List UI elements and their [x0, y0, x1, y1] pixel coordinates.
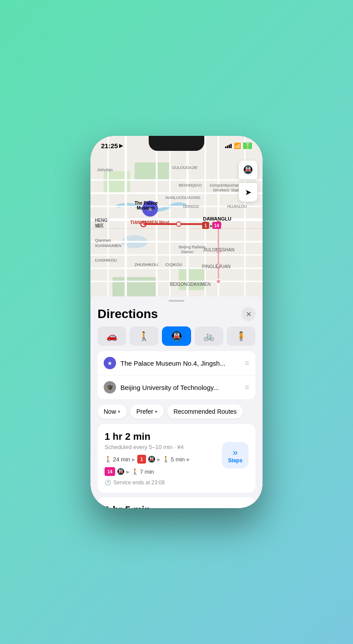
svg-text:HUJIALOU: HUJIALOU: [227, 204, 247, 209]
step-walk-7: 🚶 7 min: [131, 468, 154, 475]
svg-text:CIQIKOU: CIQIKOU: [165, 262, 182, 267]
origin-icon: ★: [104, 357, 116, 369]
svg-text:TIAN'ANMEN West: TIAN'ANMEN West: [130, 220, 170, 225]
battery-icon: 🔋: [243, 142, 252, 149]
steps-btn-label: Steps: [228, 457, 243, 464]
status-icons: 📶 🔋: [225, 142, 252, 149]
route-card-2[interactable]: 1 hr 5 min Bus departs in 2, 17 min · ¥4: [98, 497, 255, 508]
svg-text:JIULONGSHAN: JIULONGSHAN: [203, 247, 234, 252]
svg-rect-2: [135, 162, 170, 180]
svg-text:BEIGONGDAXIMEN: BEIGONGDAXIMEN: [170, 282, 210, 287]
line-1-badge: 1: [137, 455, 146, 464]
service-end: 🕐 Service ends at 23:08: [105, 479, 248, 486]
destination-menu-icon[interactable]: ≡: [244, 383, 249, 392]
phone-frame: 21:25 ▶ 📶 🔋: [90, 136, 263, 508]
route-1-main: 1 hr 2 min Scheduled every 5–10 min · ¥4…: [105, 431, 248, 479]
svg-text:GULOUDAJIE: GULOUDAJIE: [172, 165, 198, 170]
wifi-icon: 📶: [234, 142, 241, 149]
tab-other[interactable]: 🧍: [227, 326, 255, 346]
filter-recommended-label: Recommended Routes: [173, 408, 237, 415]
signal-bar-4: [230, 144, 232, 148]
route-card-1[interactable]: 1 hr 2 min Scheduled every 5–10 min · ¥4…: [98, 424, 255, 493]
svg-text:The Palace: The Palace: [135, 201, 158, 206]
steps-button[interactable]: » Steps: [222, 442, 248, 468]
origin-menu-icon[interactable]: ≡: [244, 359, 249, 368]
svg-text:城区: 城区: [94, 223, 104, 228]
svg-text:CAISHIKOU: CAISHIKOU: [95, 258, 117, 262]
svg-text:DAWANGLU: DAWANGLU: [203, 216, 231, 221]
signal-bar-1: [225, 146, 226, 148]
signal-bar-2: [227, 146, 228, 148]
svg-text:ZHUSHIKOU: ZHUSHIKOU: [135, 262, 158, 267]
svg-text:NANLUOGUXIANG: NANLUOGUXIANG: [165, 195, 200, 200]
tab-transit[interactable]: 🚇: [162, 326, 191, 346]
signal-bar-3: [229, 145, 230, 148]
time-display: 21:25: [101, 142, 118, 150]
walk-icon: 🚶: [105, 456, 112, 463]
close-button[interactable]: ✕: [241, 307, 255, 321]
destination-text: Beijing University of Technology...: [120, 384, 240, 391]
route-1-steps-line2: 14 🚇 ▶ 🚶 7 min: [105, 467, 222, 476]
svg-text:Beijing Railway: Beijing Railway: [179, 245, 206, 249]
filter-recommended[interactable]: Recommended Routes: [167, 404, 243, 419]
svg-text:Qianmen: Qianmen: [95, 238, 111, 243]
status-time: 21:25 ▶: [101, 142, 123, 150]
line-14-badge: 14: [105, 467, 115, 476]
origin-text: The Palace Museum No.4, Jingsh...: [120, 359, 240, 367]
map-svg: ★ Jishuitan GULOUDAJIE BEIXINQIAO NANLUO…: [90, 136, 263, 321]
filter-now[interactable]: Now ▾: [98, 404, 127, 419]
map-area: ★ Jishuitan GULOUDAJIE BEIXINQIAO NANLUO…: [90, 136, 263, 321]
metro-icon-2: 🚇: [117, 468, 124, 475]
svg-text:Gongrentiyuchang: Gongrentiyuchang: [210, 183, 242, 187]
walk-icon-3: 🚶: [131, 468, 139, 475]
svg-text:Museum: Museum: [137, 206, 155, 210]
walk-5-label: 5 min: [171, 456, 185, 463]
directions-header: Directions ✕: [90, 302, 263, 325]
clock-icon: 🕐: [105, 479, 111, 486]
transit-mode-map-button[interactable]: 🚇: [239, 161, 257, 179]
svg-text:Jishuitan: Jishuitan: [97, 168, 113, 172]
step-walk-5: 🚶 5 min: [162, 456, 185, 463]
filter-prefer[interactable]: Prefer ▾: [130, 404, 164, 419]
route-1-steps-line1: 🚶 24 min ▶ 1 🚇 ▶ 🚶 5 min: [105, 455, 222, 464]
arrow-2: ▶: [157, 457, 161, 462]
route-1-subtitle: Scheduled every 5–10 min · ¥4: [105, 444, 222, 450]
route-2-duration: 1 hr 5 min: [105, 504, 248, 508]
svg-text:DONGSI: DONGSI: [183, 204, 199, 209]
step-walk-24: 🚶 24 min: [105, 456, 130, 463]
svg-text:XUANWUMEN: XUANWUMEN: [95, 243, 121, 248]
svg-text:PINGLEYUAN: PINGLEYUAN: [202, 264, 230, 269]
tab-walk[interactable]: 🚶: [130, 326, 158, 346]
chevron-down-icon: ▾: [118, 409, 120, 415]
svg-text:BEIXINQIAO: BEIXINQIAO: [179, 183, 202, 187]
bottom-sheet: Directions ✕ 🚗 🚶 🚇 🚲 🧍 ★ The Palace Muse…: [90, 296, 263, 508]
svg-text:Station: Station: [181, 250, 193, 254]
notch: [149, 136, 204, 151]
directions-title: Directions: [98, 307, 158, 321]
walk-icon-2: 🚶: [162, 456, 169, 463]
svg-point-33: [216, 279, 221, 284]
service-end-text: Service ends at 23:08: [113, 479, 165, 486]
tab-drive[interactable]: 🚗: [98, 326, 126, 346]
transport-tabs: 🚗 🚶 🚇 🚲 🧍: [90, 325, 263, 351]
walk-7-label: 7 min: [140, 468, 154, 475]
metro-icon-1: 🚇: [148, 456, 155, 463]
filter-pills: Now ▾ Prefer ▾ Recommended Routes: [90, 404, 263, 424]
route-1-duration: 1 hr 2 min: [105, 431, 222, 442]
location-button[interactable]: ➤: [239, 183, 257, 202]
map-controls: 🚇 ➤: [239, 161, 257, 202]
origin-row[interactable]: ★ The Palace Museum No.4, Jingsh... ≡: [98, 351, 255, 375]
filter-prefer-label: Prefer: [136, 408, 153, 415]
svg-text:1: 1: [204, 223, 207, 228]
chevron-down-icon-2: ▾: [155, 409, 158, 415]
arrow-3: ▶: [187, 457, 190, 462]
location-arrow-icon: ▶: [119, 143, 123, 149]
destination-row[interactable]: 🎓 Beijing University of Technology... ≡: [98, 375, 255, 399]
svg-point-25: [176, 222, 181, 226]
walk-24-label: 24 min: [113, 456, 130, 463]
locations-box: ★ The Palace Museum No.4, Jingsh... ≡ 🎓 …: [98, 351, 255, 399]
phone-screen: 21:25 ▶ 📶 🔋: [90, 136, 263, 508]
svg-text:HENG: HENG: [95, 218, 108, 223]
svg-rect-4: [179, 268, 205, 290]
tab-cycle[interactable]: 🚲: [195, 326, 223, 346]
